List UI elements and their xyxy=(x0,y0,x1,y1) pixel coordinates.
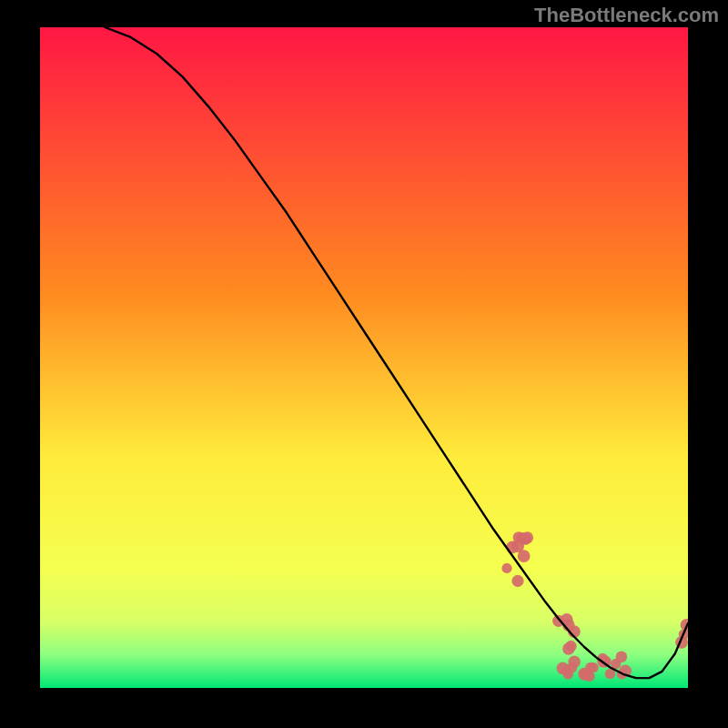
watermark-label: TheBottleneck.com xyxy=(534,4,719,27)
data-dot xyxy=(580,668,592,680)
data-dot xyxy=(511,575,523,587)
chart-container: TheBottleneck.com xyxy=(0,0,728,728)
bottleneck-plot xyxy=(40,27,688,688)
data-dot xyxy=(562,642,574,654)
data-dot xyxy=(518,550,531,562)
data-dot xyxy=(616,652,628,663)
data-dot xyxy=(506,541,519,553)
gradient-background xyxy=(40,27,688,688)
data-dot xyxy=(520,533,531,545)
data-dot xyxy=(557,662,570,675)
data-dot xyxy=(501,563,511,573)
